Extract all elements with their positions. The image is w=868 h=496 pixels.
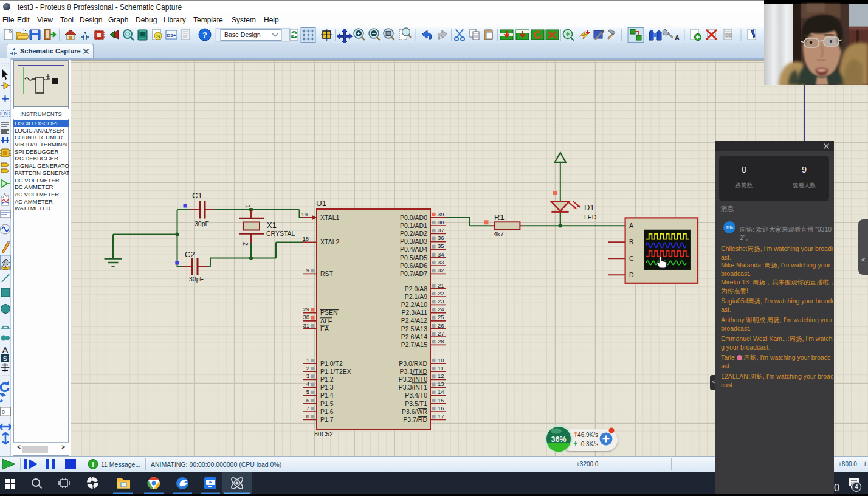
svg-text:U1: U1 — [316, 199, 326, 208]
svg-text:P3.2/INT0: P3.2/INT0 — [399, 376, 427, 383]
svg-text:13: 13 — [438, 381, 444, 387]
svg-text:1: 1 — [306, 357, 309, 363]
svg-text:30pF: 30pF — [195, 220, 209, 227]
svg-text:RST: RST — [320, 270, 334, 277]
svg-text:P1.4: P1.4 — [320, 391, 334, 399]
svg-text:P2.1/A9: P2.1/A9 — [405, 293, 428, 300]
svg-text:24: 24 — [438, 306, 444, 312]
svg-text:P0.6/AD6: P0.6/AD6 — [400, 262, 427, 269]
svg-text:P2.2/A10: P2.2/A10 — [401, 301, 427, 308]
svg-text:t: t — [864, 461, 866, 467]
svg-text:8: 8 — [306, 413, 309, 419]
svg-text:XTAL1: XTAL1 — [320, 214, 339, 221]
svg-text:P1.5: P1.5 — [320, 400, 334, 407]
svg-text:LED: LED — [584, 213, 597, 221]
svg-text:14: 14 — [438, 388, 444, 395]
svg-text:D1: D1 — [584, 203, 594, 212]
svg-text:P2.5/A13: P2.5/A13 — [401, 325, 427, 332]
svg-text:P0.3/AD3: P0.3/AD3 — [400, 238, 427, 245]
svg-text:12: 12 — [438, 373, 444, 379]
svg-text:P1.3: P1.3 — [320, 384, 334, 391]
svg-text:80C52: 80C52 — [314, 430, 333, 438]
svg-text:6: 6 — [306, 397, 309, 404]
svg-text:22: 22 — [438, 290, 444, 297]
svg-text:P0.0/AD0: P0.0/AD0 — [400, 214, 427, 221]
svg-text:4k7: 4k7 — [494, 230, 504, 238]
svg-text:2: 2 — [306, 365, 309, 371]
svg-text:31: 31 — [303, 322, 309, 329]
svg-text:7: 7 — [306, 405, 309, 412]
svg-text:P2.4/A12: P2.4/A12 — [401, 317, 427, 324]
svg-text:P0.5/AD5: P0.5/AD5 — [400, 254, 427, 261]
svg-text:46.9K/s: 46.9K/s — [577, 432, 598, 438]
svg-text:37: 37 — [438, 227, 444, 233]
svg-text:P1.0/T2: P1.0/T2 — [320, 360, 343, 367]
svg-text:P2.3/A11: P2.3/A11 — [402, 309, 428, 316]
svg-text:29: 29 — [303, 306, 309, 312]
svg-text:P3.3/INT1: P3.3/INT1 — [399, 384, 427, 391]
svg-text:4: 4 — [855, 483, 858, 491]
svg-text:32: 32 — [438, 267, 444, 274]
svg-text:P1.1/T2EX: P1.1/T2EX — [320, 368, 351, 375]
svg-text:36: 36 — [438, 235, 444, 241]
svg-text:C2: C2 — [185, 250, 195, 259]
svg-text:C: C — [629, 255, 634, 262]
svg-text:P3.0/RXD: P3.0/RXD — [399, 360, 427, 367]
svg-text:11 Message...: 11 Message... — [101, 461, 140, 468]
svg-text:27: 27 — [438, 330, 444, 337]
svg-text:P1.6: P1.6 — [320, 408, 334, 415]
svg-text:16: 16 — [438, 405, 444, 412]
svg-text:9: 9 — [306, 267, 309, 274]
svg-text:10: 10 — [438, 357, 444, 363]
svg-text:17: 17 — [438, 413, 444, 419]
svg-text:39: 39 — [438, 211, 444, 218]
svg-text:P2.6/A14: P2.6/A14 — [401, 333, 427, 340]
svg-text:P0.7/AD7: P0.7/AD7 — [400, 270, 427, 277]
svg-text:P3.1/TXD: P3.1/TXD — [399, 368, 427, 375]
svg-text:P2.7/A15: P2.7/A15 — [401, 341, 427, 348]
svg-text:C1: C1 — [192, 191, 202, 200]
svg-text:28: 28 — [438, 338, 444, 345]
svg-text:30pF: 30pF — [189, 275, 204, 283]
svg-text:P0.4/AD4: P0.4/AD4 — [400, 246, 427, 253]
svg-text:i: i — [92, 461, 94, 468]
svg-text:3: 3 — [306, 373, 309, 379]
svg-text:R1: R1 — [494, 213, 505, 222]
svg-text:25: 25 — [438, 314, 444, 320]
svg-text:30: 30 — [303, 314, 309, 320]
svg-text:ANIMATING: 00:00:00.000000 (CP: ANIMATING: 00:00:00.000000 (CPU load 0%) — [151, 461, 281, 468]
svg-text:34: 34 — [438, 251, 444, 258]
svg-text:36%: 36% — [551, 435, 566, 444]
svg-text:X1: X1 — [267, 221, 277, 230]
svg-text:18: 18 — [302, 235, 309, 242]
svg-text:+3200.0: +3200.0 — [576, 461, 599, 467]
svg-text:P0.2/AD2: P0.2/AD2 — [400, 230, 427, 237]
svg-text:19: 19 — [301, 211, 308, 218]
svg-text:33: 33 — [438, 259, 444, 266]
svg-text:CRYSTAL: CRYSTAL — [266, 230, 295, 237]
svg-text:4: 4 — [306, 381, 309, 387]
svg-text:26: 26 — [438, 322, 444, 329]
svg-text:P1.7: P1.7 — [320, 416, 334, 423]
svg-text:P2.0/A8: P2.0/A8 — [405, 285, 428, 292]
svg-text:0.3K/s: 0.3K/s — [581, 441, 598, 447]
svg-text:D: D — [629, 271, 634, 278]
svg-text:P1.2: P1.2 — [320, 376, 334, 383]
svg-text:P3.5/T1: P3.5/T1 — [405, 400, 427, 407]
svg-text:A: A — [629, 222, 633, 229]
svg-text:B: B — [629, 238, 633, 246]
svg-text:21: 21 — [438, 282, 444, 289]
svg-text:38: 38 — [438, 219, 444, 226]
svg-text:P3.4/T0: P3.4/T0 — [405, 391, 427, 399]
svg-text:5: 5 — [306, 388, 309, 395]
svg-text:15: 15 — [438, 397, 444, 404]
svg-text:35: 35 — [438, 243, 444, 249]
svg-text:+600.0: +600.0 — [838, 461, 857, 467]
svg-text:0: 0 — [834, 483, 839, 493]
svg-text:23: 23 — [438, 298, 444, 305]
svg-text:11: 11 — [438, 365, 444, 371]
svg-text:2: 2 — [242, 242, 249, 246]
svg-text:1: 1 — [244, 205, 252, 208]
svg-text:XTAL2: XTAL2 — [320, 238, 339, 246]
svg-text:P0.1/AD1: P0.1/AD1 — [400, 222, 427, 229]
